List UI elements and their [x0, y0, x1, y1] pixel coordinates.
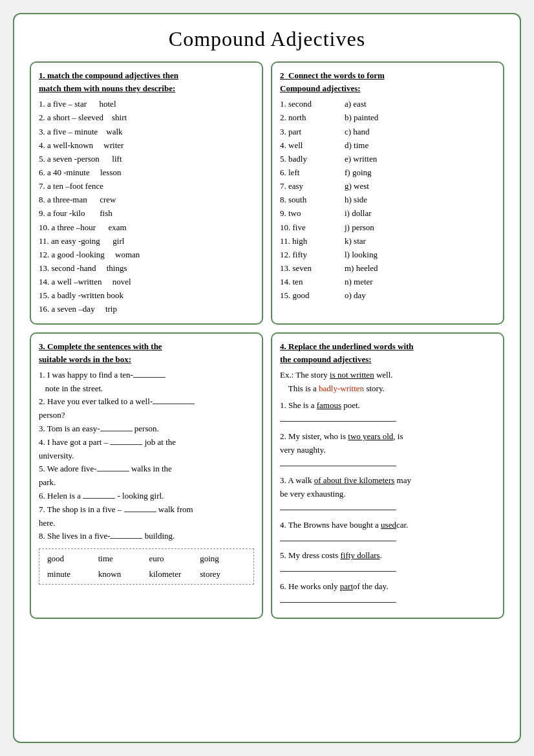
section1-list: 1. a five – star hotel 2. a short – slee… [39, 98, 254, 316]
section4-item4: 4. The Browns have bought a usedcar. [280, 519, 495, 546]
list-item: 2. northb) painted [280, 111, 495, 124]
list-item: 11. an easy -going girl [39, 235, 254, 248]
list-item: 12. a good -looking woman [39, 248, 254, 261]
list-item: 15. a badly -written book [39, 289, 254, 302]
list-item: 11. highk) star [280, 235, 495, 248]
section3-title: 3. Complete the sentences with the suita… [39, 340, 254, 366]
word-box-item: kilometer [147, 567, 198, 581]
list-item: 14. tenn) meter [280, 275, 495, 288]
section4-item2: 2. My sister, who is two years old, isve… [280, 430, 495, 470]
list-item: 6. a 40 -minute lesson [39, 166, 254, 179]
list-item: 9. twoi) dollar [280, 207, 495, 220]
list-item: 7. a ten –foot fence [39, 180, 254, 193]
list-item: 3. partc) hand [280, 125, 495, 138]
section4-title: 4. Replace the underlined words with the… [280, 340, 495, 366]
list-item: 14. a well –written novel [39, 275, 254, 288]
section2-title-text: 2 Connect the words to formCompound adje… [280, 70, 385, 93]
section1-box: 1. match the compound adjectives then ma… [30, 61, 263, 325]
list-item: 7. The shop is in a five – walk fromhere… [39, 503, 254, 530]
word-box-item: good [45, 552, 96, 566]
word-box-item: going [197, 552, 248, 566]
list-item: 15. goodo) day [280, 289, 495, 302]
section1-title: 1. match the compound adjectives then ma… [39, 69, 254, 95]
list-item: 7. easyg) west [280, 180, 495, 193]
list-item: 9. a four -kilo fish [39, 207, 254, 220]
section4-content: Ex.: The story is not written well. This… [280, 369, 495, 607]
section4-item1: 1. She is a famous poet. [280, 399, 495, 426]
section2-title: 2 Connect the words to formCompound adje… [280, 69, 495, 95]
list-item: 5. We adore five- walks in thepark. [39, 462, 254, 490]
list-item: 2. Have you ever talked to a well-person… [39, 395, 254, 422]
section3-box: 3. Complete the sentences with the suita… [30, 332, 263, 619]
section4-box: 4. Replace the underlined words with the… [271, 332, 504, 619]
list-item: 8. a three-man crew [39, 193, 254, 206]
list-item: 10. a three –hour exam [39, 221, 254, 234]
section4-item3: 3. A walk of about five kilometers maybe… [280, 474, 495, 514]
list-item: 13. sevenm) heeled [280, 262, 495, 275]
list-item: 4. I have got a part – job at theunivers… [39, 436, 254, 463]
page: Compound Adjectives 1. match the compoun… [13, 13, 521, 743]
section4-item5: 5. My dress costs fifty dollars. [280, 549, 495, 576]
list-item: 3. a five – minute walk [39, 125, 254, 138]
word-box-item: minute [45, 567, 96, 581]
list-item: 13. second -hand things [39, 262, 254, 275]
word-box: good time euro going minute known kilome… [39, 548, 254, 585]
word-box-item: storey [197, 567, 248, 581]
list-item: 1. a five – star hotel [39, 98, 254, 111]
list-item: 4. a well-known writer [39, 139, 254, 152]
list-item: 1. seconda) east [280, 98, 495, 111]
section2-list: 1. seconda) east 2. northb) painted 3. p… [280, 98, 495, 302]
page-title: Compound Adjectives [30, 27, 504, 51]
bottom-sections-row: 3. Complete the sentences with the suita… [30, 332, 504, 619]
list-item: 12. fiftyl) looking [280, 248, 495, 261]
list-item: 3. Tom is an easy- person. [39, 422, 254, 436]
word-box-item: known [96, 567, 147, 581]
list-item: 8. She lives in a five- building. [39, 530, 254, 543]
section3-sentences: 1. I was happy to find a ten- note in th… [39, 369, 254, 543]
list-item: 10. fivej) person [280, 221, 495, 234]
section4-example: Ex.: The story is not written well. This… [280, 369, 495, 396]
list-item: 6. leftf) going [280, 166, 495, 179]
list-item: 5. badlye) written [280, 153, 495, 166]
list-item: 5. a seven -person lift [39, 153, 254, 166]
list-item: 2. a short – sleeved shirt [39, 111, 254, 124]
section4-item6: 6. He works only partof the day. [280, 580, 495, 607]
word-box-item: euro [147, 552, 198, 566]
list-item: 6. Helen is a - looking girl. [39, 490, 254, 503]
word-box-item: time [96, 552, 147, 566]
list-item: 8. southh) side [280, 193, 495, 206]
list-item: 1. I was happy to find a ten- note in th… [39, 369, 254, 396]
top-sections-row: 1. match the compound adjectives then ma… [30, 61, 504, 325]
section2-box: 2 Connect the words to formCompound adje… [271, 61, 504, 325]
list-item: 4. welld) time [280, 139, 495, 152]
list-item: 16. a seven –day trip [39, 303, 254, 316]
